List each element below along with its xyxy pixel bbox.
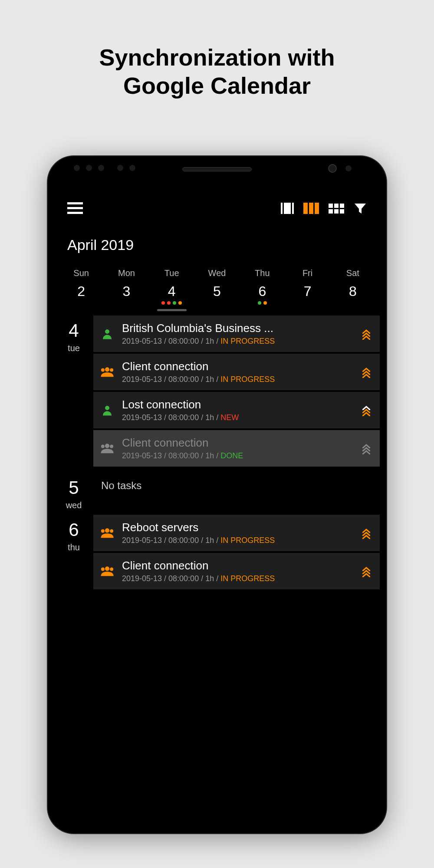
svg-point-13 xyxy=(110,529,113,533)
no-tasks-label: No tasks xyxy=(93,473,380,492)
weekday-short: tue xyxy=(54,343,93,353)
person-icon xyxy=(99,327,115,340)
task-row[interactable]: Client connection2019-05-13 / 08:00:00 /… xyxy=(93,430,380,467)
heading-line-2: Google Calendar xyxy=(123,72,311,99)
day-number: 8 xyxy=(330,281,375,301)
weekday-label: Sun xyxy=(59,264,104,281)
task-title: Client connection xyxy=(122,360,353,373)
event-dots xyxy=(59,301,104,307)
svg-point-10 xyxy=(110,445,113,448)
task-subtitle: 2019-05-13 / 08:00:00 / 1h / IN PROGRESS xyxy=(122,375,353,384)
svg-point-5 xyxy=(101,368,105,372)
priority-icon xyxy=(360,444,373,453)
weekday-label: Wed xyxy=(194,264,240,281)
group-icon xyxy=(99,365,115,378)
task-row[interactable]: British Columbia's Business ...2019-05-1… xyxy=(93,316,380,352)
day-number: 5 xyxy=(194,281,240,301)
priority-icon xyxy=(360,567,373,576)
weekday-label: Mon xyxy=(104,264,149,281)
task-status: NEW xyxy=(220,413,239,422)
hamburger-icon xyxy=(67,202,83,214)
task-subtitle: 2019-05-13 / 08:00:00 / 1h / IN PROGRESS xyxy=(122,574,353,583)
svg-point-9 xyxy=(101,445,105,448)
day-column[interactable]: Wed5 xyxy=(194,264,240,307)
priority-icon xyxy=(360,329,373,339)
person-icon xyxy=(99,404,115,417)
day-column[interactable]: Mon3 xyxy=(104,264,149,307)
funnel-icon xyxy=(354,202,367,215)
priority-icon xyxy=(360,368,373,377)
weekday-short: wed xyxy=(54,500,93,510)
svg-point-8 xyxy=(105,444,109,448)
task-title: British Columbia's Business ... xyxy=(122,322,353,335)
svg-point-16 xyxy=(110,568,113,571)
day-column[interactable]: Thu6 xyxy=(240,264,285,307)
svg-point-6 xyxy=(110,368,113,372)
task-row[interactable]: Client connection2019-05-13 / 08:00:00 /… xyxy=(93,354,380,390)
selected-day-indicator xyxy=(157,309,187,311)
day-number: 2 xyxy=(59,281,104,301)
event-dots xyxy=(285,301,330,307)
day-column[interactable]: Sun2 xyxy=(59,264,104,307)
task-subtitle: 2019-05-13 / 08:00:00 / 1h / IN PROGRESS xyxy=(122,337,353,346)
group-icon xyxy=(99,565,115,578)
view-3day-button[interactable] xyxy=(303,203,319,214)
event-dots xyxy=(330,301,375,307)
day-block: 6thuReboot servers2019-05-13 / 08:00:00 … xyxy=(54,515,380,591)
task-row[interactable]: Client connection2019-05-13 / 08:00:00 /… xyxy=(93,553,380,589)
task-status: IN PROGRESS xyxy=(220,337,275,345)
weekday-short: thu xyxy=(54,542,93,552)
marketing-heading: Synchronization with Google Calendar xyxy=(0,0,434,100)
day-number: 5 xyxy=(54,479,93,497)
svg-rect-2 xyxy=(67,212,83,214)
day-block: 5wedNo tasks xyxy=(54,473,380,510)
menu-button[interactable] xyxy=(67,202,83,214)
day-number: 6 xyxy=(240,281,285,301)
filter-button[interactable] xyxy=(354,202,367,215)
group-icon xyxy=(99,526,115,539)
month-label: April 2019 xyxy=(54,224,380,260)
weekday-label: Tue xyxy=(149,264,194,281)
svg-point-12 xyxy=(101,529,105,533)
event-dots xyxy=(194,301,240,307)
task-row[interactable]: Lost connection2019-05-13 / 08:00:00 / 1… xyxy=(93,392,380,428)
svg-point-11 xyxy=(105,528,109,533)
weekday-label: Sat xyxy=(330,264,375,281)
task-subtitle: 2019-05-13 / 08:00:00 / 1h / IN PROGRESS xyxy=(122,536,353,545)
day-number: 4 xyxy=(54,322,93,340)
day-number: 6 xyxy=(54,521,93,539)
weekday-label: Fri xyxy=(285,264,330,281)
svg-point-15 xyxy=(101,568,105,571)
priority-icon xyxy=(360,529,373,538)
column-icon xyxy=(281,203,283,214)
priority-icon xyxy=(360,406,373,415)
day-number: 7 xyxy=(285,281,330,301)
svg-rect-1 xyxy=(67,207,83,209)
event-dots xyxy=(149,301,194,307)
day-number: 4 xyxy=(149,281,194,301)
phone-frame: April 2019 Sun2Mon3Tue4Wed5Thu6Fri7Sat8 … xyxy=(48,156,386,833)
weekday-label: Thu xyxy=(240,264,285,281)
task-status: IN PROGRESS xyxy=(220,375,275,384)
task-status: DONE xyxy=(220,451,243,460)
view-day-button[interactable] xyxy=(281,203,294,214)
task-status: IN PROGRESS xyxy=(220,536,275,545)
svg-point-7 xyxy=(105,406,109,410)
task-title: Client connection xyxy=(122,436,353,450)
task-subtitle: 2019-05-13 / 08:00:00 / 1h / NEW xyxy=(122,413,353,422)
heading-line-1: Synchronization with xyxy=(99,44,335,70)
grid-icon xyxy=(329,204,333,208)
week-strip[interactable]: Sun2Mon3Tue4Wed5Thu6Fri7Sat8 xyxy=(54,260,380,307)
event-dots xyxy=(104,301,149,307)
day-column[interactable]: Sat8 xyxy=(330,264,375,307)
view-month-button[interactable] xyxy=(329,204,344,214)
columns-icon xyxy=(303,203,308,214)
task-row[interactable]: Reboot servers2019-05-13 / 08:00:00 / 1h… xyxy=(93,515,380,551)
svg-point-3 xyxy=(105,329,109,334)
group-icon xyxy=(99,442,115,455)
day-number: 3 xyxy=(104,281,149,301)
task-title: Client connection xyxy=(122,559,353,572)
day-column[interactable]: Tue4 xyxy=(149,264,194,307)
day-column[interactable]: Fri7 xyxy=(285,264,330,307)
svg-rect-0 xyxy=(67,202,83,204)
